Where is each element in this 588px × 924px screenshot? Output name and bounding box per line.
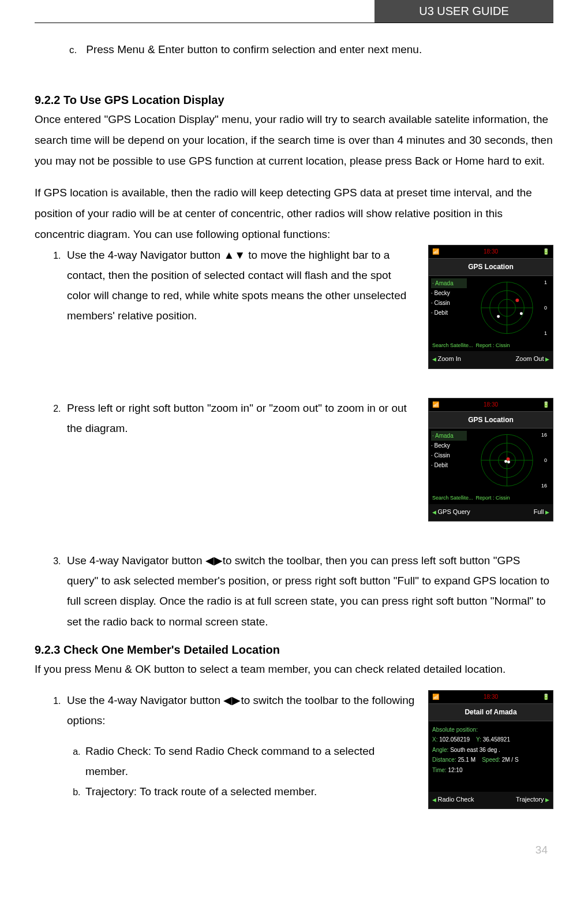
header-title: U3 USER GUIDE xyxy=(374,0,553,23)
signal-icon xyxy=(432,400,439,411)
x-label: X: xyxy=(432,736,437,743)
list-text: Use the 4-way Navigator button ▲▼ to mov… xyxy=(67,245,417,326)
distance-label: Distance: xyxy=(432,757,456,763)
svg-point-7 xyxy=(520,312,523,315)
angle-label: Angle: xyxy=(432,747,448,753)
header-bar: U3 USER GUIDE xyxy=(35,0,553,23)
abs-position-label: Absolute position: xyxy=(432,726,478,733)
angle-value: South east 36 deg . xyxy=(450,747,500,753)
device-screenshot-2: 18:30 GPS Location Amada Becky Cissin De… xyxy=(428,398,553,522)
softkey-right: Full xyxy=(534,506,549,517)
x-value: 102.058219 xyxy=(439,736,470,743)
page-number: 34 xyxy=(35,844,553,856)
list-text-c: Press Menu & Enter button to confirm sel… xyxy=(86,43,422,55)
battery-icon xyxy=(542,692,549,703)
contact-list: Amada Becky Cissin Debit xyxy=(429,429,467,492)
contact-item: Debit xyxy=(431,460,467,470)
softkey-right: Trajectory xyxy=(516,793,549,805)
contact-selected: Amada xyxy=(431,278,467,288)
status-left: Search Satellite... xyxy=(432,495,473,501)
y-label: Y: xyxy=(476,736,481,743)
list-item-1: Use the 4-way Navigator button ◀▶to swit… xyxy=(63,690,553,809)
svg-text:1: 1 xyxy=(544,280,547,285)
list-text: Use the 4-way Navigator button ◀▶to swit… xyxy=(67,694,414,726)
status-time: 18:30 xyxy=(484,247,498,258)
y-value: 36.458921 xyxy=(483,736,510,743)
speed-label: Speed: xyxy=(482,757,500,763)
svg-point-6 xyxy=(497,315,500,318)
svg-text:16: 16 xyxy=(541,483,547,489)
list-item-b: Trajectory: To track route of a selected… xyxy=(83,781,417,802)
contact-selected: Amada xyxy=(431,431,467,441)
battery-icon xyxy=(542,400,549,411)
softkey-left: GPS Query xyxy=(432,506,470,517)
svg-text:0: 0 xyxy=(544,457,547,463)
screen-title: GPS Location xyxy=(429,258,553,275)
paragraph: If GPS location is available, then the r… xyxy=(35,182,553,245)
radar-diagram: 16 0 16 xyxy=(467,429,553,492)
list-text: Use 4-way Navigator button ◀▶to switch t… xyxy=(67,554,549,627)
list-marker-c: c. xyxy=(69,42,83,59)
contact-item: Debit xyxy=(431,308,467,318)
contact-item: Becky xyxy=(431,441,467,450)
section-heading-923: 9.2.3 Check One Member's Detailed Locati… xyxy=(35,643,553,657)
list-item-3: Use 4-way Navigator button ◀▶to switch t… xyxy=(63,550,553,632)
list-item-a: Radio Check: To send Radio Check command… xyxy=(83,741,417,781)
section-heading-922: 9.2.2 To Use GPS Location Display xyxy=(35,94,553,107)
paragraph: If you press Menu & OK button to select … xyxy=(35,659,553,680)
svg-text:16: 16 xyxy=(541,432,547,438)
speed-value: 2M / S xyxy=(502,757,519,763)
contact-item: Cissin xyxy=(431,298,467,308)
screen-title: Detail of Amada xyxy=(429,703,553,721)
contact-item: Becky xyxy=(431,288,467,298)
svg-point-17 xyxy=(504,460,507,463)
time-value: 12:10 xyxy=(448,767,462,773)
list-item-2: Press left or right soft button "zoom in… xyxy=(63,398,553,522)
status-time: 18:30 xyxy=(484,400,498,411)
svg-point-5 xyxy=(515,299,519,302)
softkey-left: Zoom In xyxy=(432,353,461,364)
battery-icon xyxy=(542,247,549,258)
status-time: 18:30 xyxy=(484,692,498,703)
list-item-1: Use the 4-way Navigator button ▲▼ to mov… xyxy=(63,245,553,369)
svg-point-18 xyxy=(507,461,510,464)
contact-item: Cissin xyxy=(431,450,467,460)
svg-point-16 xyxy=(507,457,510,461)
detail-body: Absolute position: X: 102.058219 Y: 36.4… xyxy=(429,721,553,792)
distance-value: 25.1 M xyxy=(458,757,475,763)
radar-diagram: 1 0 1 xyxy=(467,276,553,340)
device-screenshot-1: 18:30 GPS Location Amada Becky Cissin De… xyxy=(428,245,553,369)
contact-list: Amada Becky Cissin Debit xyxy=(429,276,467,340)
status-right: Report : Cissin xyxy=(476,342,510,348)
svg-text:0: 0 xyxy=(544,305,547,311)
paragraph: Once entered "GPS Location Display" menu… xyxy=(35,109,553,172)
signal-icon xyxy=(432,247,439,258)
status-right: Report : Cissin xyxy=(476,495,510,501)
svg-text:1: 1 xyxy=(544,330,547,336)
list-item-c: c. Press Menu & Enter button to confirm … xyxy=(69,40,553,59)
device-screenshot-3: 18:30 Detail of Amada Absolute position:… xyxy=(428,690,553,809)
list-text: Press left or right soft button "zoom in… xyxy=(67,398,417,438)
status-left: Search Satellite... xyxy=(432,342,473,348)
screen-title: GPS Location xyxy=(429,411,553,429)
softkey-right: Zoom Out xyxy=(516,353,549,364)
signal-icon xyxy=(432,692,439,703)
softkey-left: Radio Check xyxy=(432,793,474,805)
time-label: Time: xyxy=(432,767,447,773)
